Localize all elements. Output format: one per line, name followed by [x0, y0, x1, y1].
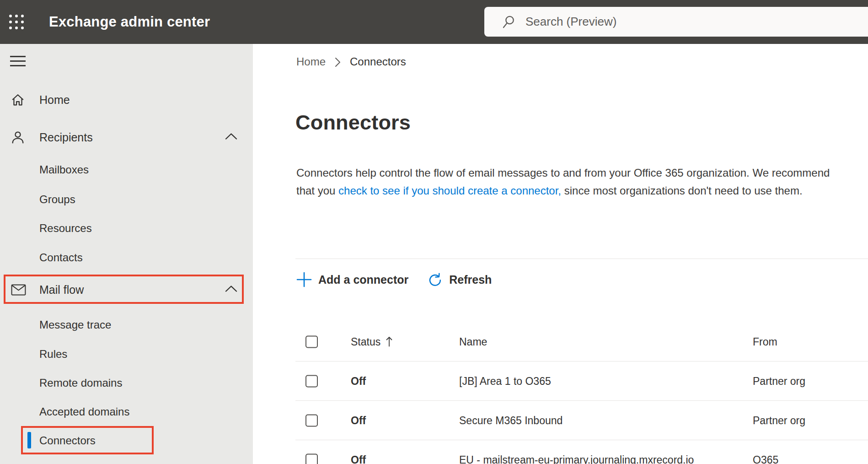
sort-ascending-icon — [386, 336, 392, 347]
chevron-right-icon — [335, 57, 341, 67]
row-from: Partner org — [753, 414, 805, 426]
sidebar-item-label: Rules — [39, 348, 67, 361]
table-header-row: Status Name From — [295, 322, 868, 361]
row-name: [JB] Area 1 to O365 — [459, 375, 551, 387]
sidebar-item-contacts[interactable]: Contacts — [0, 243, 253, 272]
refresh-label: Refresh — [449, 273, 492, 286]
row-status: Off — [351, 375, 366, 387]
sidebar-item-label: Connectors — [39, 434, 96, 447]
column-header-status[interactable]: Status — [351, 335, 392, 348]
sidebar-nav: Home Recipients Mailboxes Groups Reso — [0, 44, 253, 464]
sidebar-item-message-trace[interactable]: Message trace — [0, 311, 253, 339]
row-status: Off — [351, 414, 366, 426]
toolbar: Add a connector Refresh — [296, 267, 492, 292]
row-name: EU - mailstream-eu-primary.journaling.mx… — [459, 453, 694, 464]
exchange-admin-center-window: Exchange admin center Home — [0, 0, 868, 464]
breadcrumb-current: Connectors — [350, 55, 406, 68]
sidebar-item-rules[interactable]: Rules — [0, 340, 253, 368]
sidebar-item-connectors[interactable]: Connectors — [0, 426, 253, 455]
sidebar-item-label: Mailboxes — [39, 163, 89, 176]
page-description: Connectors help control the flow of emai… — [296, 164, 847, 200]
row-from: O365 — [753, 453, 778, 464]
chevron-up-icon — [225, 285, 237, 294]
row-checkbox[interactable] — [305, 453, 318, 464]
search-input[interactable] — [525, 7, 868, 37]
add-connector-label: Add a connector — [318, 273, 408, 286]
plus-icon — [296, 272, 312, 287]
description-text: since most organizations don't need to u… — [561, 184, 803, 197]
sidebar-item-label: Remote domains — [39, 377, 122, 389]
row-status: Off — [351, 453, 366, 464]
sidebar-item-label: Accepted domains — [39, 405, 129, 418]
chevron-up-icon — [225, 133, 237, 142]
person-icon — [11, 130, 25, 145]
table-row[interactable]: Off Secure M365 Inbound Partner org — [295, 401, 868, 440]
row-checkbox[interactable] — [305, 414, 318, 426]
search-icon — [502, 15, 515, 29]
sidebar-item-mailboxes[interactable]: Mailboxes — [0, 156, 253, 184]
refresh-button[interactable]: Refresh — [428, 272, 492, 287]
sidebar-item-remote-domains[interactable]: Remote domains — [0, 369, 253, 397]
row-from: Partner org — [753, 375, 805, 387]
app-launcher-button[interactable] — [9, 13, 27, 31]
selected-indicator — [27, 432, 31, 448]
breadcrumb-home-link[interactable]: Home — [296, 55, 326, 68]
waffle-icon — [9, 15, 24, 29]
row-name: Secure M365 Inbound — [459, 414, 563, 426]
hamburger-icon — [10, 56, 27, 66]
sidebar-item-label: Contacts — [39, 251, 83, 264]
sidebar-item-label: Home — [39, 93, 70, 107]
refresh-icon — [428, 272, 443, 287]
column-header-label: Status — [351, 335, 380, 348]
home-icon — [11, 92, 25, 107]
sidebar-item-label: Message trace — [39, 318, 111, 331]
sidebar-item-label: Recipients — [39, 131, 93, 144]
sidebar-item-accepted-domains[interactable]: Accepted domains — [0, 398, 253, 426]
page-title: Connectors — [295, 111, 411, 135]
sidebar-item-groups[interactable]: Groups — [0, 185, 253, 214]
main-content: Home Connectors Connectors Connectors he… — [253, 44, 868, 464]
nav-toggle-button[interactable] — [10, 56, 27, 70]
suite-header: Exchange admin center — [0, 0, 868, 44]
column-header-from[interactable]: From — [753, 335, 777, 348]
sidebar-item-recipients[interactable]: Recipients — [0, 123, 253, 151]
column-header-name[interactable]: Name — [459, 335, 487, 348]
sidebar-item-mail-flow[interactable]: Mail flow — [0, 275, 253, 304]
toolbar-divider — [295, 259, 868, 259]
select-all-checkbox[interactable] — [305, 335, 318, 348]
search-box[interactable] — [484, 7, 868, 37]
sidebar-item-label: Groups — [39, 193, 75, 206]
sidebar-item-label: Resources — [39, 222, 92, 235]
table-row[interactable]: Off [JB] Area 1 to O365 Partner org — [295, 361, 868, 401]
table-row[interactable]: Off EU - mailstream-eu-primary.journalin… — [295, 440, 868, 464]
add-connector-button[interactable]: Add a connector — [296, 272, 408, 287]
mail-icon — [11, 284, 26, 296]
sidebar-item-home[interactable]: Home — [0, 86, 253, 114]
connectors-table: Status Name From Off [JB] Area 1 to O365… — [295, 322, 868, 464]
sidebar-item-label: Mail flow — [39, 283, 84, 297]
breadcrumb: Home Connectors — [296, 55, 406, 69]
row-checkbox[interactable] — [305, 375, 318, 387]
create-connector-link[interactable]: check to see if you should create a conn… — [338, 184, 561, 197]
sidebar-item-resources[interactable]: Resources — [0, 214, 253, 243]
app-title: Exchange admin center — [49, 0, 210, 44]
